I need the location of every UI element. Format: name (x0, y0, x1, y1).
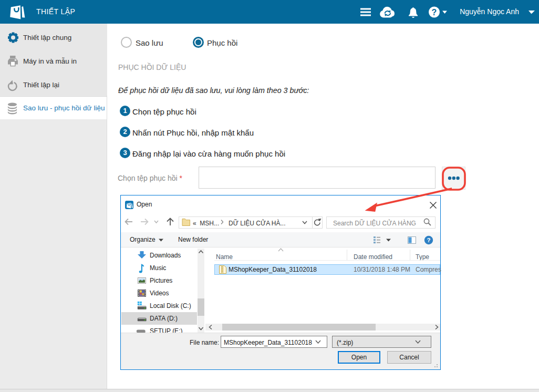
svg-text:?: ? (432, 8, 437, 17)
svg-text:?: ? (427, 237, 430, 243)
